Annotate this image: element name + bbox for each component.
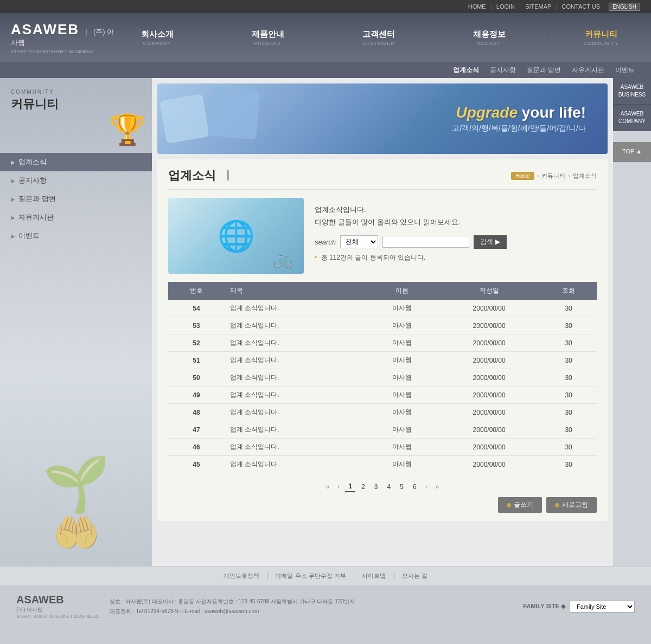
bullet-icon: ▶ bbox=[11, 233, 15, 239]
sidebar-item-notice[interactable]: ▶ 공지사항 bbox=[0, 171, 152, 190]
table-row[interactable]: 46 업계 소식입니다. 아사웹 2000/00/00 30 bbox=[168, 439, 597, 456]
subnav-board[interactable]: 자유게시판 bbox=[572, 66, 604, 75]
page-3[interactable]: 3 bbox=[371, 482, 381, 492]
write-icon bbox=[507, 503, 511, 507]
table-row[interactable]: 49 업계 소식입니다. 아사웹 2000/00/00 30 bbox=[168, 387, 597, 404]
page-4[interactable]: 4 bbox=[384, 482, 394, 492]
cell-title[interactable]: 업계 소식입니다. bbox=[225, 456, 366, 473]
nav-company[interactable]: 회사소개 COMPANY bbox=[136, 29, 179, 46]
cell-title[interactable]: 업계 소식입니다. bbox=[225, 387, 366, 404]
page-prev[interactable]: ‹ bbox=[335, 482, 342, 492]
cell-date: 2000/00/00 bbox=[438, 404, 540, 421]
sidebar-item-qa[interactable]: ▶ 질문과 답변 bbox=[0, 190, 152, 208]
cell-name: 아사웹 bbox=[366, 352, 438, 369]
refresh-button[interactable]: 새로고침 bbox=[546, 497, 597, 513]
search-button[interactable]: 검색 ▶ bbox=[474, 235, 507, 249]
table-row[interactable]: 48 업계 소식입니다. 아사웹 2000/00/00 30 bbox=[168, 404, 597, 421]
subnav-qa[interactable]: 질문과 답변 bbox=[527, 66, 561, 75]
search-intro-area: 🌐 🚲 업계소식입니다. 다양한 글들이 많이 올라와 있으니 읽어보세요. s… bbox=[168, 198, 597, 274]
search-input[interactable] bbox=[382, 236, 469, 248]
cell-num: 47 bbox=[168, 421, 225, 439]
cell-title[interactable]: 업계 소식입니다. bbox=[225, 404, 366, 421]
nav-login[interactable]: LOGIN bbox=[496, 3, 515, 10]
table-row[interactable]: 47 업계 소식입니다. 아사웹 2000/00/00 30 bbox=[168, 421, 597, 439]
cell-num: 46 bbox=[168, 439, 225, 456]
top-bar: HOME | LOGIN | SITEMAP | CONTACT US ENGL… bbox=[0, 0, 651, 13]
footer-tel: 대표전화 : Tel 01294-5678-9 □ E-mail : asawe… bbox=[110, 607, 512, 616]
page-5[interactable]: 5 bbox=[397, 482, 407, 492]
cell-views: 30 bbox=[540, 439, 597, 456]
table-row[interactable]: 53 업계 소식입니다. 아사웹 2000/00/00 30 bbox=[168, 317, 597, 334]
nav-product[interactable]: 제품안내 PRODUCT bbox=[246, 29, 290, 46]
page-first[interactable]: « bbox=[323, 482, 333, 492]
banner-puzzle bbox=[163, 83, 326, 154]
right-btn-business[interactable]: ASAWEB BUSINESS bbox=[613, 78, 651, 105]
page-6[interactable]: 6 bbox=[410, 482, 420, 492]
community-label: COMMUNITY bbox=[11, 89, 141, 95]
col-name: 이름 bbox=[366, 282, 438, 300]
subnav-industry[interactable]: 업계소식 bbox=[453, 66, 479, 75]
cell-views: 30 bbox=[540, 404, 597, 421]
cell-title[interactable]: 업계 소식입니다. bbox=[225, 421, 366, 439]
intro-image: 🌐 🚲 bbox=[168, 198, 304, 274]
cell-name: 아사웹 bbox=[366, 300, 438, 317]
cell-date: 2000/00/00 bbox=[438, 317, 540, 334]
footer-links: 개인보호정책 | 이메일 주소 무단수집 거부 | 사이트맵 | 오시는 길 bbox=[0, 566, 651, 585]
family-site-select[interactable]: Family Site bbox=[570, 601, 635, 613]
action-buttons: 글쓰기 새로고침 bbox=[168, 497, 597, 513]
breadcrumb-home[interactable]: Home bbox=[511, 172, 534, 180]
footer-location[interactable]: 오시는 길 bbox=[402, 572, 427, 579]
puzzle-piece-2 bbox=[207, 87, 260, 140]
data-table: 번호 제목 이름 작성일 조회 54 업계 소식입니다. 아사웹 2000/00… bbox=[168, 282, 597, 473]
cell-title[interactable]: 업계 소식입니다. bbox=[225, 334, 366, 352]
nav-community[interactable]: 커뮤니티 COMMUNITY bbox=[578, 29, 624, 46]
page-last[interactable]: » bbox=[433, 482, 442, 492]
sidebar-item-board[interactable]: ▶ 자유게시판 bbox=[0, 208, 152, 227]
community-title: 커뮤니티 bbox=[11, 96, 141, 112]
right-btn-company[interactable]: ASAWEB COMPANY bbox=[613, 105, 651, 131]
cell-title[interactable]: 업계 소식입니다. bbox=[225, 352, 366, 369]
col-views: 조회 bbox=[540, 282, 597, 300]
nav-sitemap[interactable]: SITEMAP bbox=[525, 3, 551, 10]
table-row[interactable]: 45 업계 소식입니다. 아사웹 2000/00/00 30 bbox=[168, 456, 597, 473]
sidebar-item-event[interactable]: ▶ 이벤트 bbox=[0, 227, 152, 245]
logo-area: ASAWEB | (주) 아사웹 START YOUR INTERNET BUS… bbox=[11, 21, 119, 54]
nav-recruit[interactable]: 채용정보 RECRUIT bbox=[468, 29, 511, 46]
cell-num: 48 bbox=[168, 404, 225, 421]
footer-sitemap[interactable]: 사이트맵 bbox=[362, 572, 386, 579]
cell-views: 30 bbox=[540, 317, 597, 334]
subnav-event[interactable]: 이벤트 bbox=[615, 66, 635, 75]
cell-title[interactable]: 업계 소식입니다. bbox=[225, 300, 366, 317]
page-2[interactable]: 2 bbox=[358, 482, 368, 492]
page-next[interactable]: › bbox=[423, 482, 430, 492]
footer-privacy[interactable]: 개인보호정책 bbox=[224, 572, 259, 579]
cell-name: 아사웹 bbox=[366, 369, 438, 387]
table-row[interactable]: 52 업계 소식입니다. 아사웹 2000/00/00 30 bbox=[168, 334, 597, 352]
table-row[interactable]: 54 업계 소식입니다. 아사웹 2000/00/00 30 bbox=[168, 300, 597, 317]
nav-home[interactable]: HOME bbox=[468, 3, 486, 10]
cell-num: 53 bbox=[168, 317, 225, 334]
cell-date: 2000/00/00 bbox=[438, 352, 540, 369]
search-select[interactable]: 전체 bbox=[340, 235, 378, 248]
cell-num: 45 bbox=[168, 456, 225, 473]
footer-email-policy[interactable]: 이메일 주소 무단수집 거부 bbox=[275, 572, 346, 579]
nav-customer[interactable]: 고객센터 CUSTOMER bbox=[357, 29, 400, 46]
subnav-notice[interactable]: 공지사항 bbox=[490, 66, 516, 75]
footer-logo: ASAWEB (주) 아사웹 START YOUR INTERNET BUSIN… bbox=[16, 594, 99, 619]
sidebar-hand-image: 🌱 🤲 bbox=[0, 349, 152, 566]
footer-main: ASAWEB (주) 아사웹 START YOUR INTERNET BUSIN… bbox=[0, 585, 651, 627]
cell-title[interactable]: 업계 소식입니다. bbox=[225, 439, 366, 456]
cell-num: 49 bbox=[168, 387, 225, 404]
write-button[interactable]: 글쓰기 bbox=[498, 497, 542, 513]
sidebar-item-industry[interactable]: ▶ 업계소식 bbox=[0, 153, 152, 171]
search-form: search 전체 검색 ▶ bbox=[315, 235, 597, 249]
table-row[interactable]: 50 업계 소식입니다. 아사웹 2000/00/00 30 bbox=[168, 369, 597, 387]
right-btn-top[interactable]: TOP ▲ bbox=[613, 142, 651, 162]
nav-contact[interactable]: CONTACT US bbox=[562, 3, 601, 10]
page-1[interactable]: 1 bbox=[345, 481, 355, 492]
footer-info: 상호 : 아사웹(주) 대표이사 : 홍길동 사업자등록번호 : 123-45-… bbox=[110, 597, 512, 616]
cell-title[interactable]: 업계 소식입니다. bbox=[225, 317, 366, 334]
table-row[interactable]: 51 업계 소식입니다. 아사웹 2000/00/00 30 bbox=[168, 352, 597, 369]
cell-title[interactable]: 업계 소식입니다. bbox=[225, 369, 366, 387]
english-button[interactable]: ENGLISH bbox=[609, 3, 640, 11]
